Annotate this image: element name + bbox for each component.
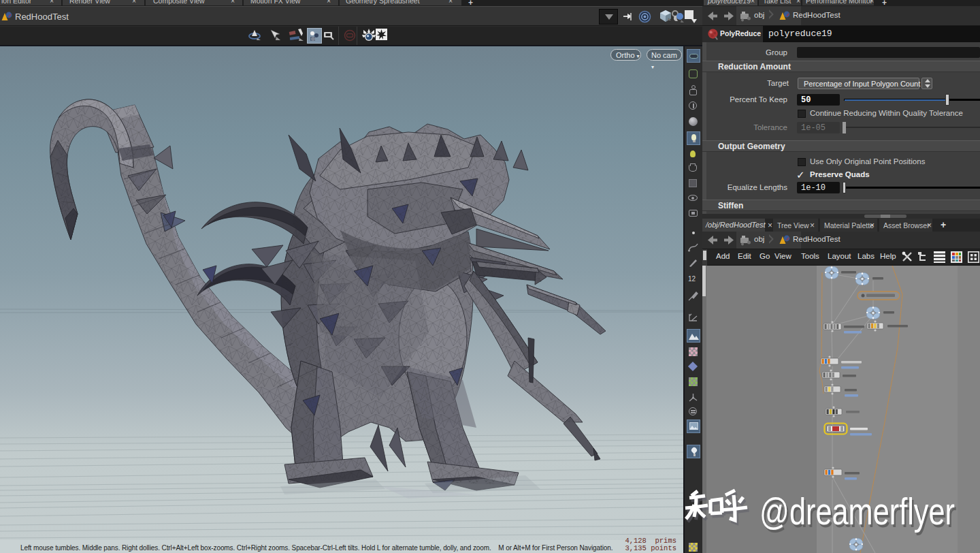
svg-text:@dreamerflyer: @dreamerflyer — [760, 490, 955, 533]
